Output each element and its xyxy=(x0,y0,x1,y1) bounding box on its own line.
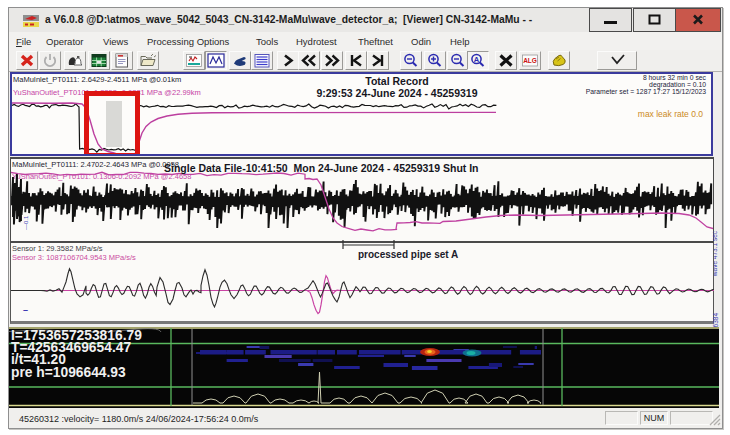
svg-text:ALG: ALG xyxy=(523,57,537,64)
svg-text:A: A xyxy=(474,55,480,64)
